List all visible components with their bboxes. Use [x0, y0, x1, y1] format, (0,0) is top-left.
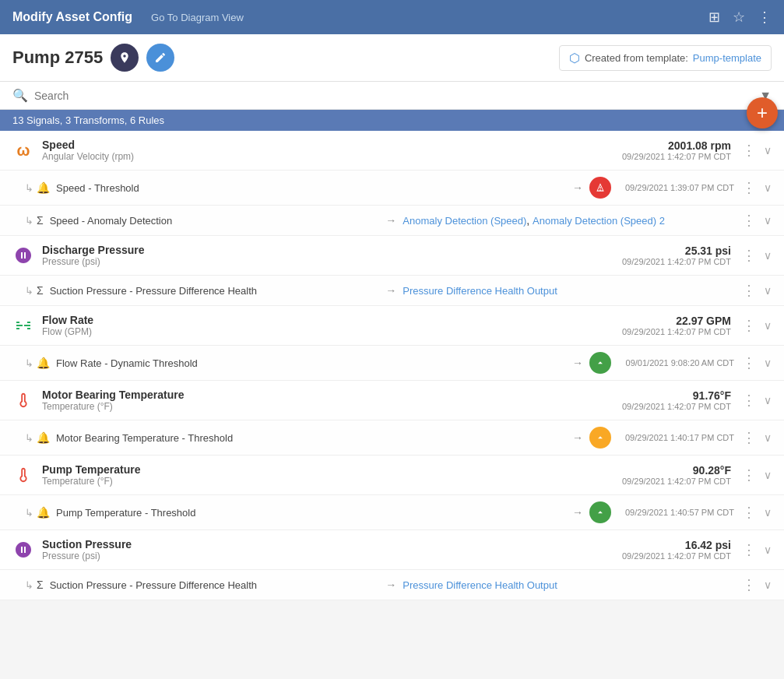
dots-menu-pressure-diff[interactable]: ⋮: [739, 282, 759, 299]
signal-row: ω Speed Angular Velocity (rpm) 2001.08 r…: [0, 131, 784, 171]
child-indent-speed-threshold: ↳ 🔔: [25, 181, 50, 194]
thermometer-icon-pump: [15, 466, 32, 484]
chevron-discharge[interactable]: ∨: [764, 249, 772, 262]
dots-menu-suction-diff[interactable]: ⋮: [739, 576, 759, 593]
child-name-pump-temp-threshold: Pump Temperature - Threshold: [56, 507, 566, 519]
dots-menu-discharge[interactable]: ⋮: [739, 247, 759, 264]
arrow-right-icon: →: [572, 181, 583, 194]
signal-name-speed: Speed: [42, 139, 599, 151]
signal-info-discharge: Discharge Pressure Pressure (psi): [42, 244, 599, 267]
chevron-speed[interactable]: ∨: [764, 144, 772, 157]
signal-unit-suction: Pressure (psi): [42, 551, 599, 561]
signal-info-suction: Suction Pressure Pressure (psi): [42, 538, 599, 561]
chevron-flow-threshold[interactable]: ∨: [764, 357, 772, 369]
pressure-diff-link-2[interactable]: Pressure Difference Health Output: [403, 579, 557, 591]
star-icon[interactable]: ☆: [733, 9, 745, 26]
dots-menu-pump-temp[interactable]: ⋮: [739, 466, 759, 484]
signal-timestamp-motor-temp: 09/29/2021 1:42:07 PM CDT: [606, 402, 731, 411]
row-actions-pump-temp-threshold: 09/29/2021 1:40:57 PM CDT ⋮ ∨: [617, 504, 772, 521]
chevron-motor-temp[interactable]: ∨: [764, 394, 772, 406]
dots-menu-suction[interactable]: ⋮: [739, 541, 759, 558]
signal-timestamp-discharge: 09/29/2021 1:42:07 PM CDT: [606, 257, 731, 266]
location-icon: [118, 51, 131, 64]
status-badge-speed-threshold: [589, 177, 611, 199]
template-link[interactable]: Pump-template: [693, 52, 761, 64]
child-name-speed-threshold: Speed - Threshold: [56, 182, 566, 194]
child-timestamp-speed-threshold: 09/29/2021 1:39:07 PM CDT: [617, 183, 734, 192]
search-icon: 🔍: [12, 88, 28, 103]
dots-menu-motor-temp-threshold[interactable]: ⋮: [739, 429, 759, 446]
anomaly-link-1[interactable]: Anomaly Detection (Speed): [403, 215, 526, 227]
signal-row-suction: Suction Pressure Pressure (psi) 16.42 ps…: [0, 530, 784, 570]
row-actions-suction-diff: ⋮ ∨: [739, 576, 772, 593]
chevron-speed-threshold[interactable]: ∨: [764, 181, 772, 194]
chevron-pump-temp[interactable]: ∨: [764, 469, 772, 481]
signal-name-suction: Suction Pressure: [42, 538, 599, 551]
signal-unit-speed: Angular Velocity (rpm): [42, 151, 599, 162]
sigma-icon-suction-diff: Σ: [37, 579, 44, 591]
chevron-pressure-diff[interactable]: ∨: [764, 284, 772, 297]
chevron-suction-diff[interactable]: ∨: [764, 579, 772, 591]
child-timestamp-flow-threshold: 09/01/2021 9:08:20 AM CDT: [617, 358, 734, 368]
row-actions-discharge: ⋮ ∨: [739, 247, 772, 264]
go-to-diagram-link[interactable]: Go To Diagram View: [151, 12, 244, 23]
dots-menu-flow-threshold[interactable]: ⋮: [739, 354, 759, 371]
signal-icon-speed: ω: [12, 139, 34, 161]
dots-menu-speed[interactable]: ⋮: [739, 142, 759, 159]
row-actions-pump-temp: ⋮ ∨: [739, 466, 772, 484]
chevron-suction[interactable]: ∨: [764, 544, 772, 556]
arrow-right-icon-7: →: [385, 579, 396, 591]
row-actions-speed: ⋮ ∨: [739, 142, 772, 159]
chevron-pump-temp-threshold[interactable]: ∨: [764, 506, 772, 519]
dots-menu-speed-threshold[interactable]: ⋮: [739, 179, 759, 196]
monitor-icon[interactable]: ⊞: [708, 9, 720, 26]
chevron-speed-anomaly[interactable]: ∨: [764, 214, 772, 227]
arrow-right-icon-6: →: [572, 506, 583, 519]
signal-list: ω Speed Angular Velocity (rpm) 2001.08 r…: [0, 131, 784, 600]
status-badge-motor-temp-threshold: [589, 427, 611, 449]
chevron-motor-temp-threshold[interactable]: ∨: [764, 431, 772, 444]
flow-icon: [14, 316, 33, 335]
signal-timestamp-suction: 09/29/2021 1:42:07 PM CDT: [606, 551, 731, 561]
anomaly-link-2[interactable]: Anomaly Detection (Speed) 2: [533, 215, 665, 227]
child-indent-speed-anomaly: ↳ Σ: [25, 214, 44, 227]
signal-value-area-speed: 2001.08 rpm 09/29/2021 1:42:07 PM CDT: [606, 139, 731, 161]
add-button[interactable]: +: [747, 97, 778, 128]
status-badge-pump-temp-threshold: [589, 501, 611, 523]
child-row-suction-diff: ↳ Σ Suction Pressure - Pressure Differen…: [0, 570, 784, 600]
signal-value-area-flow: 22.97 GPM 09/29/2021 1:42:07 PM CDT: [606, 315, 731, 336]
top-bar-left: Modify Asset Config Go To Diagram View: [12, 10, 244, 24]
menu-icon[interactable]: ⋮: [758, 9, 772, 26]
child-name-speed-anomaly: Speed - Anomaly Detection: [50, 215, 380, 227]
signal-value-area-suction: 16.42 psi 09/29/2021 1:42:07 PM CDT: [606, 539, 731, 561]
signal-value-suction: 16.42 psi: [606, 539, 731, 551]
arrow-right-icon-5: →: [572, 431, 583, 444]
signal-row-discharge: Discharge Pressure Pressure (psi) 25.31 …: [0, 236, 784, 276]
signal-info-speed: Speed Angular Velocity (rpm): [42, 139, 599, 162]
chevron-flow[interactable]: ∨: [764, 319, 772, 332]
asset-title: Pump 2755: [12, 47, 103, 68]
gauge-icon-discharge: [14, 246, 33, 265]
alert-up-yellow-icon: [595, 432, 606, 443]
return-arrow-icon: ↳: [25, 182, 33, 194]
location-button[interactable]: [111, 44, 139, 72]
bell-icon-flow-threshold: 🔔: [37, 357, 50, 369]
search-bar: 🔍 ▼: [0, 82, 784, 110]
pressure-diff-link[interactable]: Pressure Difference Health Output: [403, 285, 557, 297]
signal-value-pump-temp: 90.28°F: [606, 464, 731, 477]
dots-menu-flow[interactable]: ⋮: [739, 317, 759, 334]
row-actions-flow-threshold: 09/01/2021 9:08:20 AM CDT ⋮ ∨: [617, 354, 772, 371]
signal-value-flow: 22.97 GPM: [606, 315, 731, 327]
row-actions-speed-anomaly: ⋮ ∨: [739, 212, 772, 229]
search-input[interactable]: [34, 90, 753, 102]
signal-unit-motor-temp: Temperature (°F): [42, 401, 599, 412]
child-indent-flow-threshold: ↳ 🔔: [25, 357, 50, 369]
dots-menu-speed-anomaly[interactable]: ⋮: [739, 212, 759, 229]
edit-button[interactable]: [146, 44, 174, 72]
asset-header: Pump 2755 ⬡ Created from template: Pump-…: [0, 34, 784, 82]
child-row-pressure-diff: ↳ Σ Suction Pressure - Pressure Differen…: [0, 276, 784, 306]
dots-menu-motor-temp[interactable]: ⋮: [739, 392, 759, 409]
bell-icon-pump-temp-threshold: 🔔: [37, 506, 50, 519]
dots-menu-pump-temp-threshold[interactable]: ⋮: [739, 504, 759, 521]
signal-timestamp-pump-temp: 09/29/2021 1:42:07 PM CDT: [606, 477, 731, 486]
